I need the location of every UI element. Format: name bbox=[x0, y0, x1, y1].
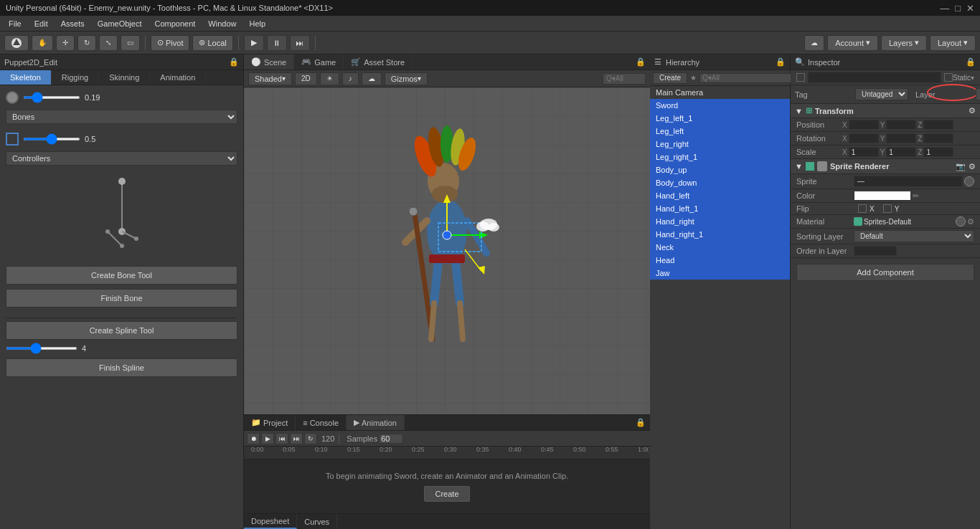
bones-dropdown[interactable]: Bones bbox=[6, 110, 237, 124]
menu-window[interactable]: Window bbox=[202, 18, 242, 29]
position-z-input[interactable] bbox=[923, 120, 953, 130]
hand-tool[interactable]: ✋ bbox=[32, 35, 53, 51]
rotation-x-input[interactable] bbox=[849, 133, 879, 143]
tab-scene[interactable]: ⚪ Scene bbox=[244, 54, 294, 70]
close-button[interactable]: ✕ bbox=[966, 3, 974, 14]
layout-button[interactable]: Layout ▾ bbox=[930, 35, 976, 51]
menu-assets[interactable]: Assets bbox=[55, 18, 90, 29]
hier-item-leg-right[interactable]: Leg_right bbox=[650, 138, 790, 151]
menu-help[interactable]: Help bbox=[243, 18, 271, 29]
menu-component[interactable]: Component bbox=[149, 18, 201, 29]
hier-item-leg-right-1[interactable]: Leg_right_1 bbox=[650, 151, 790, 163]
tab-animation[interactable]: ▶ Animation bbox=[347, 415, 405, 430]
sorting-layer-dropdown[interactable]: Default bbox=[854, 230, 974, 242]
tab-skinning[interactable]: Skinning bbox=[99, 70, 150, 85]
hier-item-hand-right[interactable]: Hand_right bbox=[650, 215, 790, 228]
gizmos-button[interactable]: Gizmos▾ bbox=[385, 72, 428, 85]
play-button[interactable]: ▶ bbox=[244, 35, 264, 51]
material-picker-button[interactable] bbox=[956, 216, 966, 227]
sprite-renderer-settings-icon[interactable]: ⚙ bbox=[969, 162, 976, 171]
gameobject-active-checkbox[interactable] bbox=[796, 73, 805, 82]
position-x-input[interactable] bbox=[849, 120, 879, 130]
anim-next-button[interactable]: ⏭ bbox=[290, 433, 303, 444]
hier-item-body-down[interactable]: Body_down bbox=[650, 176, 790, 189]
gameobject-name-input[interactable] bbox=[808, 72, 941, 83]
minimize-button[interactable]: — bbox=[940, 3, 949, 14]
window-controls[interactable]: — □ ✕ bbox=[940, 3, 974, 14]
tag-dropdown[interactable]: Untagged bbox=[855, 88, 908, 100]
hierarchy-search-input[interactable] bbox=[699, 73, 796, 83]
tab-asset-store[interactable]: 🛒 Asset Store bbox=[344, 54, 413, 70]
order-in-layer-input[interactable] bbox=[854, 246, 897, 256]
position-y-input[interactable] bbox=[886, 120, 916, 130]
tab-console[interactable]: ≡ Console bbox=[296, 415, 347, 430]
scale-x-input[interactable] bbox=[849, 147, 879, 157]
dimension-button[interactable]: 2D bbox=[295, 72, 317, 85]
finish-spline-button[interactable]: Finish Spline bbox=[6, 358, 237, 377]
tab-skeleton[interactable]: Skeleton bbox=[0, 70, 52, 85]
sprite-renderer-enabled-checkbox[interactable] bbox=[806, 162, 814, 171]
color-picker-field[interactable] bbox=[854, 191, 911, 201]
rotation-z-input[interactable] bbox=[923, 133, 953, 143]
tab-game[interactable]: 🎮 Game bbox=[294, 54, 344, 70]
scene-view[interactable] bbox=[244, 87, 650, 414]
anim-loop-button[interactable]: ↻ bbox=[304, 433, 317, 444]
controllers-slider[interactable] bbox=[23, 138, 80, 140]
rotation-y-input[interactable] bbox=[886, 133, 916, 143]
local-button[interactable]: ⊛ Local bbox=[192, 35, 232, 51]
lighting-button[interactable]: ☀ bbox=[320, 72, 339, 85]
flip-y-checkbox[interactable] bbox=[883, 204, 892, 213]
hier-item-head[interactable]: Head bbox=[650, 254, 790, 267]
hier-item-leg-left-1[interactable]: Leg_left_1 bbox=[650, 112, 790, 125]
sprite-renderer-screenshot-icon[interactable]: 📷 bbox=[956, 162, 966, 171]
pivot-button[interactable]: ⊙ Pivot bbox=[151, 35, 189, 51]
hier-item-main-camera[interactable]: Main Camera bbox=[650, 86, 790, 99]
static-checkbox[interactable] bbox=[944, 73, 953, 82]
layers-button[interactable]: Layers ▾ bbox=[881, 35, 927, 51]
puppet2d-lock-icon[interactable]: 🔒 bbox=[229, 57, 239, 67]
layer-dropdown[interactable]: Player bbox=[976, 88, 980, 100]
audio-button[interactable]: ♪ bbox=[342, 72, 359, 85]
tab-dopesheet[interactable]: Dopesheet bbox=[244, 514, 297, 529]
static-arrow-icon[interactable]: ▾ bbox=[971, 74, 974, 82]
tab-project[interactable]: 📁 Project bbox=[244, 415, 296, 430]
hier-item-body-up[interactable]: Body_up bbox=[650, 163, 790, 176]
tab-curves[interactable]: Curves bbox=[297, 514, 337, 529]
finish-bone-button[interactable]: Finish Bone bbox=[6, 289, 237, 308]
scale-tool[interactable]: ⤡ bbox=[99, 35, 118, 51]
rect-tool[interactable]: ▭ bbox=[121, 35, 140, 51]
hier-item-neck[interactable]: Neck bbox=[650, 241, 790, 254]
bottom-lock-icon[interactable]: 🔒 bbox=[631, 418, 650, 427]
scene-settings-icon[interactable]: 🔒 bbox=[631, 57, 650, 67]
samples-input[interactable] bbox=[379, 434, 403, 444]
scale-z-input[interactable] bbox=[923, 147, 953, 157]
maximize-button[interactable]: □ bbox=[955, 3, 961, 14]
hier-item-sword[interactable]: Sword bbox=[650, 99, 790, 112]
tab-rigging[interactable]: Rigging bbox=[52, 70, 99, 85]
create-animation-button[interactable]: Create bbox=[424, 486, 469, 502]
scale-y-input[interactable] bbox=[886, 147, 916, 157]
transform-component-header[interactable]: ▼ ⊞ Transform ⚙ bbox=[791, 104, 980, 118]
scene-search-input[interactable] bbox=[603, 73, 646, 85]
tab-animation[interactable]: Animation bbox=[150, 70, 206, 85]
unity-logo-button[interactable] bbox=[4, 35, 29, 51]
bones-slider[interactable] bbox=[23, 96, 80, 99]
create-spline-tool-button[interactable]: Create Spline Tool bbox=[6, 321, 237, 340]
transform-settings-icon[interactable]: ⚙ bbox=[969, 106, 976, 115]
sprite-picker-button[interactable] bbox=[964, 176, 974, 186]
hier-item-leg-left[interactable]: Leg_left bbox=[650, 125, 790, 138]
hierarchy-create-button[interactable]: Create bbox=[653, 72, 687, 84]
account-button[interactable]: Account ▾ bbox=[827, 35, 878, 51]
sprite-renderer-header[interactable]: ▼ Sprite Renderer 📷 ⚙ bbox=[791, 159, 980, 174]
rotate-tool[interactable]: ↻ bbox=[77, 35, 96, 51]
anim-prev-button[interactable]: ⏮ bbox=[275, 433, 288, 444]
material-settings-icon[interactable]: ⚙ bbox=[967, 217, 974, 227]
anim-play-button[interactable]: ▶ bbox=[261, 433, 274, 444]
shading-dropdown[interactable]: Shaded▾ bbox=[248, 72, 292, 85]
menu-gameobject[interactable]: GameObject bbox=[92, 18, 148, 29]
hier-item-hand-left[interactable]: Hand_left bbox=[650, 189, 790, 202]
anim-record-button[interactable]: ⏺ bbox=[247, 433, 260, 444]
flip-x-checkbox[interactable] bbox=[858, 204, 867, 213]
move-tool[interactable]: ✛ bbox=[56, 35, 75, 51]
hier-item-hand-right-1[interactable]: Hand_right_1 bbox=[650, 228, 790, 241]
